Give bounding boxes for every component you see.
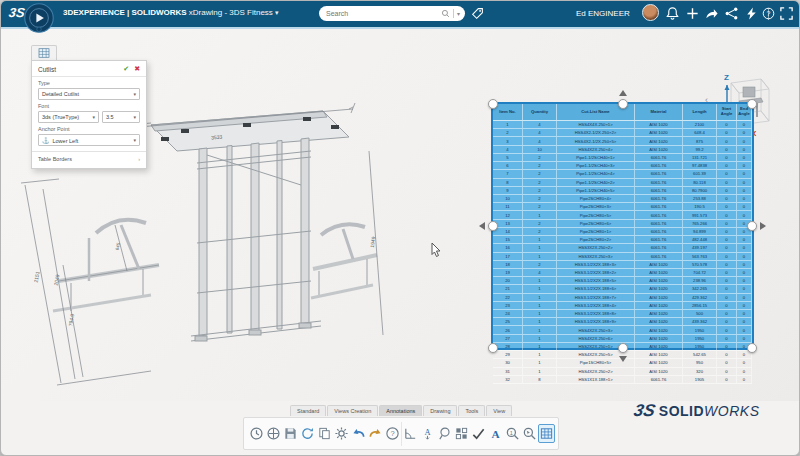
tool-zoom-selection-icon[interactable]	[521, 424, 538, 443]
table-row[interactable]: 271HSS4X2X.250×6>AISI 1020195000	[493, 335, 752, 343]
tool-text-icon[interactable]: A	[487, 424, 504, 443]
search-bar[interactable]: ▾	[319, 6, 465, 21]
table-cell: HSS3X2X.250×3>	[557, 253, 635, 260]
tool-lifecycle-history-icon[interactable]	[248, 424, 265, 443]
table-row[interactable]: 14HSS4X4X.250×1>AISI 1020210000	[493, 121, 752, 129]
share-network-icon[interactable]	[724, 6, 739, 21]
table-cell: 27	[493, 335, 523, 342]
table-row[interactable]: 182HSS3-1/2X2X.188×3>AISI 1020570.57800	[493, 261, 752, 269]
anchor-point-select[interactable]: ⚓Lower Left ▾	[38, 134, 140, 146]
tool-undo-icon[interactable]	[350, 424, 367, 443]
notifications-bell-icon[interactable]	[665, 6, 680, 21]
table-row[interactable]: 151Pipe2SCH80×2>6061-T6482.44800	[493, 236, 752, 244]
tag-icon[interactable]	[471, 7, 484, 20]
resize-arrow-right-icon[interactable]	[760, 222, 766, 230]
document-title[interactable]: xDrawing - 3DS Fitness	[189, 8, 273, 17]
table-row[interactable]: 24HSS4X2-1/2X.250×2>AISI 1020648.400	[493, 129, 752, 137]
tool-save-icon[interactable]	[282, 424, 299, 443]
selection-handle-top-right[interactable]	[747, 99, 757, 109]
selection-handle-top-left[interactable]	[488, 99, 498, 109]
table-row[interactable]: 142Pipe2SCH80×1>6061-T694.89900	[493, 228, 752, 236]
search-input[interactable]	[324, 9, 441, 18]
table-row[interactable]: 102Pipe2SCH80×4>6061-T6253.8800	[493, 195, 752, 203]
selection-handle-bottom-center[interactable]	[618, 343, 628, 353]
tab-views-creation[interactable]: Views Creation	[327, 405, 378, 416]
table-row[interactable]: 34HSS4X2-1/2X.250×5>AISI 102087500	[493, 137, 752, 145]
search-options-chevron-icon[interactable]: ▾	[457, 10, 460, 17]
tab-view[interactable]: View	[486, 405, 512, 416]
tool-note-icon[interactable]: A	[419, 424, 436, 443]
tool-help-icon[interactable]: ?	[384, 424, 401, 443]
table-row[interactable]: 261HSS4X2X.250×3>AISI 1020195000	[493, 326, 752, 334]
resize-arrow-up-icon[interactable]	[619, 90, 627, 96]
tool-refresh-icon[interactable]	[299, 424, 316, 443]
table-row[interactable]: 82Pipe1-1/2SCH40×2>6061-T680.11800	[493, 179, 752, 187]
tool-smart-dimension-icon[interactable]	[402, 424, 419, 443]
table-row[interactable]: 241HSS3-1/2X2X.188×8>AISI 102050000	[493, 310, 752, 318]
table-row[interactable]: 201HSS3-1/2X2X.188×5>AISI 1020238.9600	[493, 277, 752, 285]
font-name-select[interactable]: 3ds (TrueType) ▾	[38, 111, 99, 123]
table-row[interactable]: 121Pipe2SCH80×5>6061-T6991.57300	[493, 211, 752, 219]
table-row[interactable]: 211HSS3-1/2X2X.188×6>AISI 1020342.26500	[493, 285, 752, 293]
share-forward-icon[interactable]	[704, 6, 719, 21]
selection-handle-mid-right[interactable]	[747, 221, 757, 231]
font-size-select[interactable]: 3.5 ▾	[102, 111, 140, 123]
table-row[interactable]: 410HSS4X2X.250×4>AISI 102099.200	[493, 146, 752, 154]
tool-paste-special-icon[interactable]	[316, 424, 333, 443]
table-borders-row[interactable]: Table Borders ›	[38, 152, 140, 163]
quick-actions-lightning-icon[interactable]	[744, 6, 759, 21]
tool-redo-icon[interactable]	[367, 424, 384, 443]
search-icon[interactable]	[441, 9, 450, 18]
tool-balloon-icon[interactable]	[436, 424, 453, 443]
table-row[interactable]: 52Pipe1-1/2SCH40×1>6061-T6131.72100	[493, 154, 752, 162]
resize-arrow-down-icon[interactable]	[619, 356, 627, 362]
selection-handle-mid-left[interactable]	[488, 221, 498, 231]
tool-physical-product-icon[interactable]	[265, 424, 282, 443]
tool-zoom-in-icon[interactable]: 1	[504, 424, 521, 443]
dimension-top[interactable]: 3533	[211, 134, 223, 141]
document-chevron-icon[interactable]: ▾	[275, 9, 279, 16]
selection-handle-bottom-left[interactable]	[488, 343, 498, 353]
tab-standard[interactable]: Standard	[290, 405, 326, 416]
tab-annotations[interactable]: Annotations	[379, 405, 422, 416]
tab-tools[interactable]: Tools	[458, 405, 485, 416]
selection-handle-bottom-right[interactable]	[747, 343, 757, 353]
user-avatar[interactable]	[642, 4, 659, 21]
tool-spell-check-icon[interactable]	[470, 424, 487, 443]
table-cell: 765.266	[683, 220, 717, 227]
table-row[interactable]: 221HSS3-1/2X2X.188×7>AISI 1020429.36200	[493, 294, 752, 302]
panel-ok-button[interactable]: ✔	[123, 65, 129, 73]
table-row[interactable]: 161HSS3X2X.250×2>6061-T6439.19700	[493, 244, 752, 252]
table-cell: 0	[717, 154, 737, 161]
tool-settings-icon[interactable]	[333, 424, 350, 443]
add-new-icon[interactable]	[685, 6, 700, 21]
table-cell: 4	[523, 137, 557, 144]
fullscreen-icon[interactable]	[779, 6, 794, 21]
table-row[interactable]: 231HSS3-1/2X2X.188×4>AISI 10202856.1500	[493, 302, 752, 310]
user-name[interactable]: Ed ENGINEER	[576, 9, 630, 18]
table-row[interactable]: 62Pipe1-1/2SCH40×3>6061-T697.483800	[493, 162, 752, 170]
table-row[interactable]: 171HSS3X2X.250×3>6061-T6563.76300	[493, 253, 752, 261]
table-row[interactable]: 251HSS3-1/2X2X.188×9>AISI 1020439.36200	[493, 318, 752, 326]
tool-datum-target-icon[interactable]	[453, 424, 470, 443]
table-row[interactable]: 194HSS3-1/2X2X.188×2>AISI 1020704.7200	[493, 269, 752, 277]
selection-handle-top-center[interactable]	[618, 99, 628, 109]
3dexperience-compass-icon[interactable]	[24, 3, 54, 33]
cutlist-table[interactable]: Item No.QuantityCut-List NameMaterialLen…	[491, 102, 754, 350]
table-row[interactable]: 328HSS1X1X.188×1>6061-T6190500	[493, 376, 752, 384]
table-cell: 21	[493, 285, 523, 292]
tab-drawing[interactable]: Drawing	[423, 405, 457, 416]
type-select[interactable]: Detailed Cutlist ▾	[38, 88, 140, 100]
table-row[interactable]: 112Pipe2SCH80×3>6061-T6190.500	[493, 203, 752, 211]
resize-arrow-left-icon[interactable]	[479, 222, 485, 230]
table-cell: 342.265	[683, 285, 717, 292]
table-cell: 1	[523, 244, 557, 251]
tool-cut-list-table-icon[interactable]	[538, 424, 555, 443]
table-row[interactable]: 72Pipe1-1/2SCH40×4>6061-T6601.3900	[493, 170, 752, 178]
table-row[interactable]: 92Pipe1-1/2SCH40×5>6061-T680.790000	[493, 187, 752, 195]
panel-cancel-button[interactable]: ✖	[134, 65, 140, 73]
cutlist-panel-tab[interactable]	[31, 45, 57, 60]
table-row[interactable]: 132Pipe2SCH80×6>6061-T6765.26600	[493, 220, 752, 228]
table-cell: 0	[717, 302, 737, 309]
table-row[interactable]: 311HSS4X2X.250×2>AISI 102032000	[493, 368, 752, 376]
